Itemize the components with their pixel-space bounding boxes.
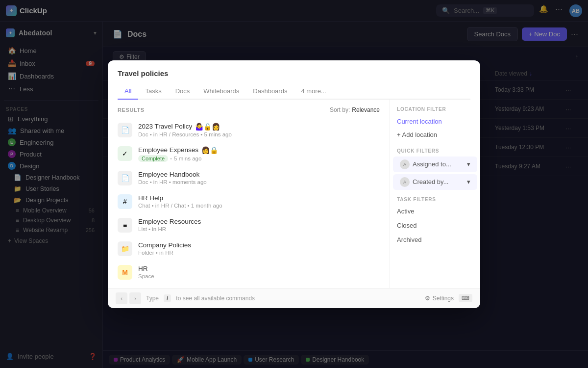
result-content: Employee Handbook Doc • in HR • moments …: [138, 171, 380, 185]
result-item[interactable]: ≡ Employee Resources List • in HR: [108, 213, 390, 237]
footer-settings-button[interactable]: ⚙ Settings: [425, 295, 454, 302]
chevron-down-icon: ▾: [467, 160, 470, 168]
result-title: 2023 Travel Policy 🤷‍♀️🔒👩: [138, 123, 380, 131]
results-label: RESULTS: [118, 107, 145, 113]
result-item[interactable]: 📄 2023 Travel Policy 🤷‍♀️🔒👩 Doc • in HR …: [108, 118, 390, 142]
modal-tabs: All Tasks Docs Whiteboards Dashboards 4 …: [118, 83, 470, 100]
modal-overlay[interactable]: Travel policies All Tasks Docs Whiteboar…: [0, 0, 588, 368]
result-meta: Doc • in HR / Resources • 5 mins ago: [138, 131, 380, 137]
result-title: HR: [138, 265, 380, 272]
task-filters-label: TASK FILTERS: [390, 197, 480, 205]
tab-docs[interactable]: Docs: [169, 83, 197, 100]
footer-type-label: Type: [146, 295, 159, 302]
tab-whiteboards[interactable]: Whiteboards: [196, 83, 246, 100]
assigned-to-filter[interactable]: A Assigned to... ▾: [393, 157, 477, 172]
result-title: HR Help: [138, 194, 380, 202]
modal-filter-sidebar: LOCATION FILTER Current location + Add l…: [390, 100, 480, 288]
created-by-left: A Created by...: [400, 177, 448, 187]
assigned-to-label: Assigned to...: [413, 160, 451, 168]
result-title: Employee Expenses 👩🔒: [138, 146, 380, 154]
location-filter-section: LOCATION FILTER Current location + Add l…: [390, 106, 480, 141]
result-meta: Space: [138, 273, 380, 279]
sort-value[interactable]: Relevance: [352, 106, 380, 113]
result-emojis: 👩🔒: [201, 146, 218, 154]
result-icon: #: [118, 194, 132, 209]
task-filter-closed[interactable]: Closed: [397, 219, 473, 232]
result-icon: ≡: [118, 218, 132, 233]
sort-by-label: Sort by:: [330, 106, 350, 113]
modal-body: RESULTS Sort by: Relevance 📄 2023 Travel…: [108, 100, 480, 288]
created-by-filter[interactable]: A Created by... ▾: [393, 174, 477, 190]
result-content: HR Space: [138, 265, 380, 279]
result-meta: List • in HR: [138, 226, 380, 232]
result-meta: Folder • in HR: [138, 250, 380, 256]
chevron-down-icon: ▾: [467, 178, 470, 185]
tab-dashboards[interactable]: Dashboards: [246, 83, 294, 100]
modal-results: RESULTS Sort by: Relevance 📄 2023 Travel…: [108, 100, 390, 288]
settings-icon: ⚙: [425, 295, 430, 302]
result-icon: ✓: [118, 146, 132, 161]
created-avatar: A: [400, 177, 410, 187]
footer-slash: /: [164, 294, 171, 302]
result-content: Employee Expenses 👩🔒 Complete • 5 mins a…: [138, 146, 380, 162]
result-title: Employee Handbook: [138, 171, 380, 178]
result-item[interactable]: # HR Help Chat • in HR / Chat • 1 month …: [108, 190, 390, 213]
result-icon: 📄: [118, 123, 132, 137]
quick-filters-section: QUICK FILTERS A Assigned to... ▾ A Creat…: [390, 148, 480, 190]
nav-next-button[interactable]: ›: [129, 292, 141, 304]
tab-all[interactable]: All: [118, 83, 138, 100]
results-header: RESULTS Sort by: Relevance: [108, 104, 390, 116]
search-modal: Travel policies All Tasks Docs Whiteboar…: [108, 60, 480, 308]
result-title: Company Policies: [138, 241, 380, 249]
assigned-to-left: A Assigned to...: [400, 159, 451, 169]
result-item[interactable]: 📁 Company Policies Folder • in HR: [108, 237, 390, 261]
keyboard-icon-button[interactable]: ⌨: [459, 294, 472, 302]
results-sort: Sort by: Relevance: [330, 106, 380, 113]
quick-filters-label: QUICK FILTERS: [390, 148, 480, 157]
tab-tasks[interactable]: Tasks: [138, 83, 168, 100]
result-content: Employee Resources List • in HR: [138, 218, 380, 232]
footer-nav: ‹ ›: [116, 292, 141, 304]
modal-header: Travel policies All Tasks Docs Whiteboar…: [108, 60, 480, 100]
result-icon: M: [118, 265, 132, 280]
result-content: 2023 Travel Policy 🤷‍♀️🔒👩 Doc • in HR / …: [138, 123, 380, 137]
result-meta: Chat • in HR / Chat • 1 month ago: [138, 203, 380, 209]
footer-hint: to see all available commands: [176, 295, 255, 302]
tab-more[interactable]: 4 more...: [294, 83, 333, 100]
modal-footer: ‹ › Type / to see all available commands…: [108, 288, 480, 308]
settings-label: Settings: [433, 295, 454, 302]
add-location-filter[interactable]: + Add location: [390, 128, 480, 141]
task-filter-active[interactable]: Active: [397, 205, 473, 217]
status-badge: Complete: [138, 155, 168, 162]
task-filter-archived[interactable]: Archived: [397, 234, 473, 246]
result-icon: 📄: [118, 171, 132, 185]
modal-title: Travel policies: [118, 69, 470, 78]
current-location-filter[interactable]: Current location: [390, 115, 480, 128]
result-content: HR Help Chat • in HR / Chat • 1 month ag…: [138, 194, 380, 209]
result-item[interactable]: M HR Space: [108, 261, 390, 284]
result-item[interactable]: 📄 Employee Handbook Doc • in HR • moment…: [108, 166, 390, 190]
assigned-avatar: A: [400, 159, 410, 169]
result-content: Company Policies Folder • in HR: [138, 241, 380, 256]
result-item[interactable]: ✓ Employee Expenses 👩🔒 Complete • 5 mins…: [108, 142, 390, 166]
task-filters-section: TASK FILTERS Active Closed Archived: [390, 197, 480, 246]
location-filter-label: LOCATION FILTER: [390, 106, 480, 115]
result-meta: Complete • 5 mins ago: [138, 155, 380, 162]
nav-prev-button[interactable]: ‹: [116, 292, 127, 304]
task-filter-list: Active Closed Archived: [390, 205, 480, 246]
result-emojis: 🤷‍♀️🔒👩: [195, 123, 220, 131]
result-icon: 📁: [118, 241, 132, 256]
result-title: Employee Resources: [138, 218, 380, 225]
result-meta: Doc • in HR • moments ago: [138, 179, 380, 185]
created-by-label: Created by...: [413, 178, 448, 185]
